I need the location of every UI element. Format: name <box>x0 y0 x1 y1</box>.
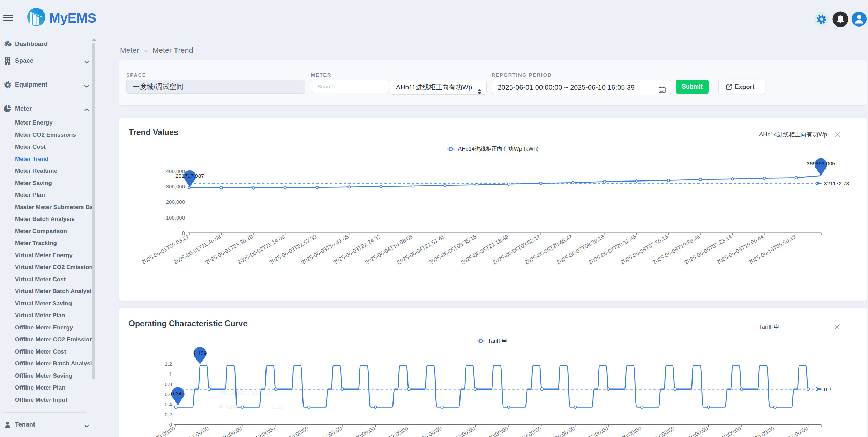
svg-text:12:00:00: 12:00:00 <box>787 425 809 437</box>
svg-text:300,000: 300,000 <box>166 184 185 190</box>
svg-text:00:00:00: 00:00:00 <box>554 425 576 437</box>
svg-text:00:00:00: 00:00:00 <box>288 425 310 437</box>
svg-text:12:00:00: 12:00:00 <box>720 425 742 437</box>
svg-text:00:00:00: 00:00:00 <box>421 425 443 437</box>
svg-text:00:00:00: 00:00:00 <box>487 425 509 437</box>
svg-text:200,000: 200,000 <box>166 199 185 205</box>
svg-text:12:00:00: 12:00:00 <box>388 425 410 437</box>
svg-text:12:00:00: 12:00:00 <box>321 425 343 437</box>
svg-text:12:00:00: 12:00:00 <box>454 425 476 437</box>
svg-text:321172.73: 321172.73 <box>824 180 849 186</box>
svg-text:12:00:00: 12:00:00 <box>254 425 276 437</box>
svg-text:00:00:00: 00:00:00 <box>621 425 643 437</box>
svg-text:1.159: 1.159 <box>193 350 207 356</box>
svg-text:12:00:00: 12:00:00 <box>188 425 210 437</box>
svg-text:12:00:00: 12:00:00 <box>587 425 609 437</box>
svg-text:00:00:00: 00:00:00 <box>754 425 776 437</box>
svg-text:0.345: 0.345 <box>171 391 185 397</box>
svg-text:369893.005: 369893.005 <box>807 161 835 166</box>
svg-text:00:00:00: 00:00:00 <box>354 425 376 437</box>
svg-text:00:00:00: 00:00:00 <box>155 425 177 437</box>
svg-text:1.2: 1.2 <box>165 361 172 367</box>
svg-text:2025-06-01T18:00:00: 2025-06-01T18:00:00 <box>219 390 272 396</box>
svg-text:0.2: 0.2 <box>165 412 172 417</box>
svg-text:1: 1 <box>169 371 172 377</box>
svg-text:291717.987: 291717.987 <box>175 173 204 179</box>
svg-text:0.8: 0.8 <box>165 381 172 387</box>
svg-text:00:00:00: 00:00:00 <box>221 425 243 437</box>
svg-text:00:00:00: 00:00:00 <box>687 425 709 437</box>
svg-text:0.4: 0.4 <box>165 401 172 407</box>
svg-text:0.7: 0.7 <box>824 386 832 392</box>
svg-text:12:00:00: 12:00:00 <box>654 425 676 437</box>
svg-text:100,000: 100,000 <box>166 215 185 221</box>
svg-text:12:00:00: 12:00:00 <box>521 425 542 437</box>
svg-text:1.159: 1.159 <box>271 404 285 410</box>
